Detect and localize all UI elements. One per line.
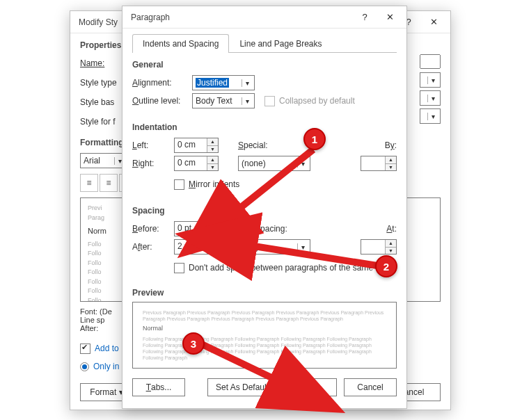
annotation-badge-3: 3 bbox=[182, 332, 205, 355]
annotation-badge-2: 2 bbox=[375, 255, 397, 277]
svg-line-2 bbox=[237, 243, 381, 266]
svg-line-3 bbox=[202, 344, 289, 386]
svg-line-1 bbox=[226, 150, 313, 219]
annotation-badge-1: 1 bbox=[303, 128, 326, 150]
